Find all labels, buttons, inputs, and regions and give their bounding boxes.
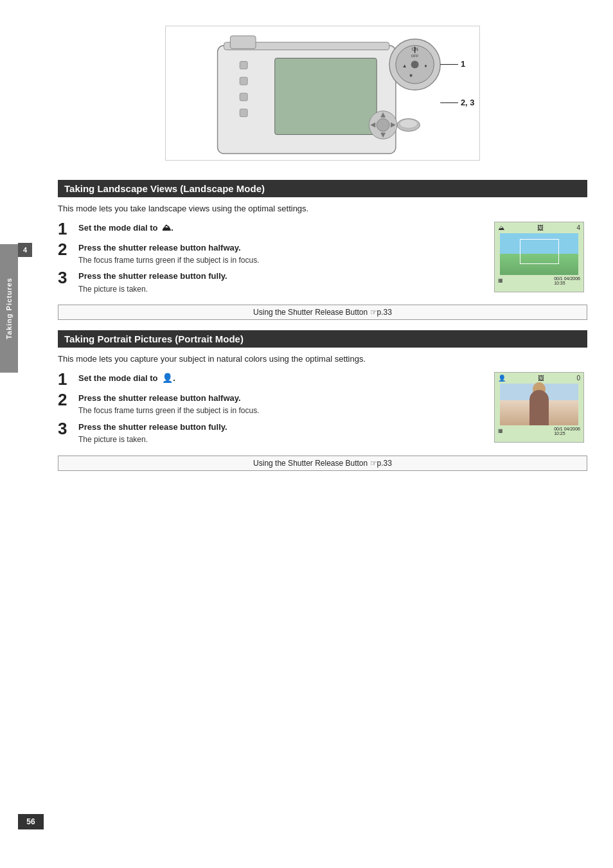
portrait-step-3: 3 Press the shutter release button fully… xyxy=(58,421,488,445)
portrait-scene xyxy=(500,384,578,425)
portrait-step2-desc: The focus frame turns green if the subje… xyxy=(78,405,488,416)
svg-text:OFF: OFF xyxy=(411,54,419,58)
portrait-step-number-1: 1 xyxy=(58,371,78,387)
svg-text:1: 1 xyxy=(461,59,465,69)
landscape-lcd-icons: ⛰ 🖼 4 xyxy=(495,222,583,233)
portrait-step3-title: Press the shutter release button fully. xyxy=(78,421,488,433)
page-wrapper: 4 Taking Pictures 56 ON xyxy=(0,0,613,868)
landscape-mode-icon: ⛰ xyxy=(162,222,171,233)
page-number-box: 56 xyxy=(18,814,44,829)
svg-point-20 xyxy=(377,119,389,132)
portrait-step2-title: Press the shutter release button halfway… xyxy=(78,393,488,404)
landscape-step-1: 1 Set the mode dial to ⛰. xyxy=(58,222,488,237)
portrait-step-content-1: Set the mode dial to 👤. xyxy=(78,372,488,385)
landscape-step-2: 2 Press the shutter release button halfw… xyxy=(58,242,488,266)
sidebar-tab-label: Taking Pictures xyxy=(5,278,13,339)
portrait-section-header: Taking Portrait Pictures (Portrait Mode) xyxy=(58,330,587,348)
svg-rect-17 xyxy=(240,93,247,101)
landscape-icon-2: 🖼 xyxy=(537,224,544,231)
lcd-timestamp: 00/1 04/200610:35 xyxy=(554,276,580,285)
camera-diagram: ON OFF ▲ ♦ ★ xyxy=(165,26,480,161)
landscape-icon: ⛰ xyxy=(498,224,504,231)
portrait-lcd-image: 👤 🖼 0 ▦ 00/1 04/200610:25 xyxy=(494,372,587,443)
svg-point-14 xyxy=(400,120,418,128)
landscape-step-3: 3 Press the shutter release button fully… xyxy=(58,270,488,294)
portrait-steps: 1 Set the mode dial to 👤. 2 Press the sh… xyxy=(58,372,488,450)
landscape-steps-container: 1 Set the mode dial to ⛰. 2 Press the sh… xyxy=(58,222,587,300)
landscape-step2-title: Press the shutter release button halfway… xyxy=(78,242,488,254)
svg-text:2, 3: 2, 3 xyxy=(461,98,474,107)
step-number-3: 3 xyxy=(58,269,78,286)
portrait-lcd-screen: 👤 🖼 0 ▦ 00/1 04/200610:25 xyxy=(494,372,584,443)
landscape-scene xyxy=(500,233,578,275)
sidebar: 4 Taking Pictures 56 xyxy=(0,0,51,868)
chapter-number: 4 xyxy=(18,243,32,257)
portrait-intro: This mode lets you capture your subject … xyxy=(58,353,587,366)
svg-rect-18 xyxy=(240,109,247,117)
portrait-icon: 👤 xyxy=(498,375,506,382)
svg-rect-15 xyxy=(240,61,247,69)
portrait-reference: Using the Shutter Release Button ☞p.33 xyxy=(58,456,587,471)
camera-diagram-svg: ON OFF ▲ ♦ ★ xyxy=(166,26,479,160)
portrait-step-1: 1 Set the mode dial to 👤. xyxy=(58,372,488,387)
portrait-icon-3: 0 xyxy=(576,375,580,382)
step-content-2: Press the shutter release button halfway… xyxy=(78,242,488,266)
portrait-step-content-3: Press the shutter release button fully. … xyxy=(78,421,488,445)
portrait-step-content-2: Press the shutter release button halfway… xyxy=(78,393,488,416)
svg-text:★: ★ xyxy=(409,73,413,78)
portrait-step-number-2: 2 xyxy=(58,391,78,408)
lcd-menu-icon: ▦ xyxy=(498,278,503,283)
svg-rect-3 xyxy=(230,36,256,49)
landscape-steps: 1 Set the mode dial to ⛰. 2 Press the sh… xyxy=(58,222,488,300)
svg-text:♦: ♦ xyxy=(424,63,427,69)
landscape-lcd-bottom: ▦ 00/1 04/200610:35 xyxy=(495,275,583,287)
landscape-section-header: Taking Landscape Views (Landscape Mode) xyxy=(58,180,587,197)
sidebar-tab: Taking Pictures xyxy=(0,244,18,373)
portrait-figure xyxy=(529,390,549,425)
main-content: ON OFF ▲ ♦ ★ xyxy=(51,0,613,868)
step-number-2: 2 xyxy=(58,241,78,258)
lcd-menu-icon2: ▦ xyxy=(498,428,503,434)
step-number-1: 1 xyxy=(58,220,78,237)
portrait-lcd-timestamp: 00/1 04/200610:25 xyxy=(554,427,580,436)
landscape-step3-desc: The picture is taken. xyxy=(78,284,488,295)
portrait-lcd-bottom: ▦ 00/1 04/200610:25 xyxy=(495,425,583,437)
landscape-reference: Using the Shutter Release Button ☞p.33 xyxy=(58,305,587,320)
portrait-icon-2: 🖼 xyxy=(538,375,544,382)
landscape-lcd-screen: ⛰ 🖼 4 ▦ 00/1 04/200610:35 xyxy=(494,222,584,292)
portrait-steps-container: 1 Set the mode dial to 👤. 2 Press the sh… xyxy=(58,372,587,450)
landscape-step1-title: Set the mode dial to ⛰. xyxy=(78,222,488,235)
step-content-3: Press the shutter release button fully. … xyxy=(78,270,488,294)
portrait-step1-title: Set the mode dial to 👤. xyxy=(78,372,488,385)
portrait-step3-desc: The picture is taken. xyxy=(78,434,488,445)
landscape-icon-3: 4 xyxy=(576,224,580,231)
step-content-1: Set the mode dial to ⛰. xyxy=(78,222,488,235)
landscape-step2-desc: The focus frame turns green if the subje… xyxy=(78,255,488,266)
svg-rect-2 xyxy=(275,58,377,135)
svg-text:▲: ▲ xyxy=(402,63,407,69)
landscape-step3-title: Press the shutter release button fully. xyxy=(78,270,488,282)
portrait-step-2: 2 Press the shutter release button halfw… xyxy=(58,393,488,416)
focus-bracket xyxy=(520,239,559,264)
svg-point-8 xyxy=(411,60,419,68)
portrait-mode-icon: 👤 xyxy=(162,373,173,383)
svg-rect-16 xyxy=(240,77,247,85)
landscape-intro: This mode lets you take landscape views … xyxy=(58,202,587,215)
portrait-step-number-3: 3 xyxy=(58,420,78,437)
landscape-lcd-image: ⛰ 🖼 4 ▦ 00/1 04/200610:35 xyxy=(494,222,587,292)
